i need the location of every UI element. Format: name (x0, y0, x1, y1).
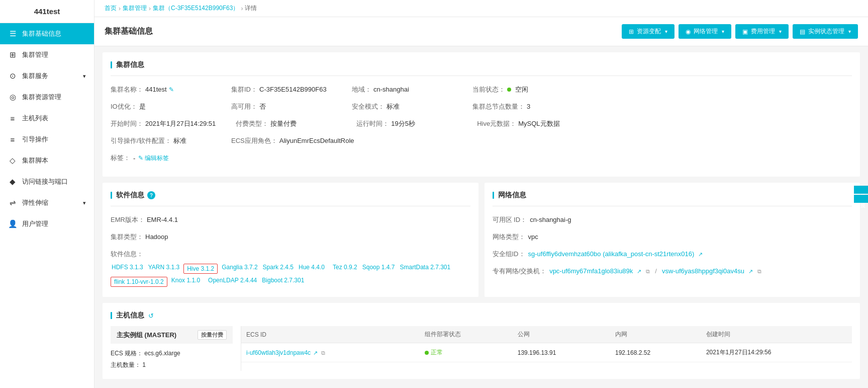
tag-smartdata[interactable]: SmartData 2.7.301 (399, 264, 451, 274)
io-item: IO优化： 是 (111, 100, 211, 113)
vswitch-copy-icon[interactable]: ⧉ (757, 268, 761, 275)
cluster-info-section: 集群信息 集群名称： 441test ✎ 集群ID： C-3F35E5142B9… (103, 52, 860, 177)
tag-flink[interactable]: flink 1.10-vvr-1.0.2 (111, 277, 167, 287)
ha-item: 高可用： 否 (231, 100, 332, 113)
tag-openldap[interactable]: OpenLDAP 2.4.44 (207, 277, 258, 287)
sidebar-item-host-list[interactable]: ≡ 主机列表 (0, 108, 94, 129)
tag-yarn[interactable]: YARN 3.1.3 (147, 264, 180, 274)
vswitch-value[interactable]: vsw-uf6yas8hppgf3qi0av4su (662, 267, 744, 275)
sidebar-item-user-mgmt[interactable]: 👤 用户管理 (0, 213, 94, 235)
sidebar-item-bootstrap[interactable]: ≡ 引导操作 (0, 129, 94, 150)
cluster-id-item: 集群ID： C-3F35E5142B990F63 (231, 83, 332, 96)
circle-icon: ⊙ (8, 71, 17, 81)
chevron-down-icon: ▾ (83, 73, 86, 80)
software-tags-container: HDFS 3.1.3 YARN 3.1.3 Hive 3.1.2 Ganglia… (111, 264, 470, 287)
vnet-copy-icon[interactable]: ⧉ (646, 268, 650, 275)
tag-ganglia[interactable]: Ganglia 3.7.2 (221, 264, 258, 274)
io-value: 是 (139, 102, 146, 111)
feedback-button[interactable]: 问题反馈 (854, 186, 868, 194)
vnet-external-icon[interactable]: ↗ (637, 268, 641, 275)
breadcrumb-home[interactable]: 首页 (105, 4, 117, 13)
sidebar-item-label: 集群脚本 (22, 156, 48, 165)
bootstrap-icon: ≡ (8, 135, 17, 144)
report-button[interactable]: 反馈 (854, 195, 868, 203)
start-time-label: 开始时间： (111, 119, 143, 128)
chevron-down-icon: ▾ (779, 29, 782, 34)
ecs-copy-icon[interactable]: ⧉ (321, 350, 325, 356)
software-help-icon[interactable]: ? (147, 191, 155, 199)
count-value: 1 (142, 361, 146, 368)
cluster-info-row4: 引导操作/软件配置： 标准 ECS应用角色： AliyunEmrEcsDefau… (111, 134, 852, 147)
sidebar-item-cluster-script[interactable]: ◇ 集群脚本 (0, 150, 94, 171)
ecs-role-label: ECS应用角色： (231, 136, 277, 145)
cluster-type-value: Hadoop (145, 233, 168, 241)
network-info-section: 网络信息 可用区 ID： cn-shanghai-g 网络类型： vpc 安全组… (485, 183, 860, 297)
cluster-info-row1: 集群名称： 441test ✎ 集群ID： C-3F35E5142B990F63… (111, 83, 852, 96)
sg-label: 安全组ID： (493, 250, 525, 259)
instance-status-button[interactable]: ▤ 实例状态管理 ▾ (793, 24, 858, 39)
fee-mgmt-button[interactable]: ▣ 费用管理 ▾ (735, 24, 789, 39)
edit-tags-button[interactable]: ✎ 编辑标签 (138, 154, 169, 163)
sidebar-item-label: 集群服务 (22, 71, 48, 81)
tag-knox[interactable]: Knox 1.1.0 (170, 277, 201, 287)
breadcrumb-cluster-mgmt[interactable]: 集群管理 (123, 4, 147, 13)
external-link-icon[interactable]: ↗ (698, 251, 703, 258)
host-header: 主机信息 ↺ (111, 311, 852, 320)
software-tags-row: 软件信息： HDFS 3.1.3 YARN 3.1.3 Hive 3.1.2 G… (111, 248, 470, 289)
tag-sqoop[interactable]: Sqoop 1.4.7 (361, 264, 396, 274)
user-icon: 👤 (8, 219, 17, 228)
sidebar-item-cluster-service[interactable]: ⊙ 集群服务 ▾ (0, 65, 94, 87)
sidebar-item-cluster-mgmt[interactable]: ⊞ 集群管理 (0, 44, 94, 65)
edit-name-button[interactable]: ✎ (169, 86, 174, 93)
breadcrumb: 首页 › 集群管理 › 集群（C-3F35E5142B990F63） › 详情 (94, 0, 868, 17)
tag-tez[interactable]: Tez 0.9.2 (332, 264, 358, 274)
port-icon: ◆ (8, 177, 17, 186)
sg-value[interactable]: sg-uf6ffiy6dvemhzat60bo (alikafka_post-c… (528, 250, 695, 258)
emr-version-label: EMR版本： (111, 215, 145, 224)
refresh-icon[interactable]: ↺ (148, 312, 154, 320)
software-info-title: 软件信息 ? (111, 191, 470, 206)
status-dot (507, 88, 511, 92)
status-text: 正常 (431, 348, 443, 357)
region-label: 地域： (352, 85, 371, 94)
host-count-row: 主机数量： 1 (111, 359, 233, 371)
tags-label: 标签： (111, 153, 130, 163)
billing-label: 付费类型： (236, 119, 268, 128)
sidebar-item-label: 访问链接与端口 (22, 177, 68, 186)
breadcrumb-cluster-id[interactable]: 集群（C-3F35E5142B990F63） (153, 4, 239, 13)
tag-spark[interactable]: Spark 2.4.5 (262, 264, 295, 274)
ecs-external-icon[interactable]: ↗ (313, 350, 318, 356)
emr-version-row: EMR版本： EMR-4.4.1 (111, 213, 470, 226)
page-header: 集群基础信息 ⊞ 资源变配 ▾ ◉ 网络管理 ▾ ▣ 费用管理 ▾ (94, 17, 868, 46)
side-floating-buttons: 问题反馈 反馈 (854, 186, 868, 203)
sidebar-item-basic-info[interactable]: ☰ 集群基础信息 (0, 23, 94, 44)
status-value: 空闲 (515, 85, 528, 94)
sidebar-item-access-port[interactable]: ◆ 访问链接与端口 (0, 171, 94, 192)
vnet-label: 专有网络/交换机： (493, 267, 547, 276)
col-public-ip: 公网 (513, 326, 610, 343)
page-title: 集群基础信息 (105, 26, 153, 37)
spec-value: ecs.g6.xlarge (144, 350, 180, 357)
cluster-name-item: 集群名称： 441test ✎ (111, 83, 211, 96)
ecs-id-link[interactable]: i-uf60wtlah3jv1dnpaw4c (246, 349, 311, 356)
vnet-value[interactable]: vpc-uf6my67mfa1glo83iu89k (549, 267, 633, 275)
vswitch-external-icon[interactable]: ↗ (748, 268, 753, 275)
tag-bigboot[interactable]: Bigboot 2.7.301 (261, 277, 305, 287)
instance-group-label: 主实例组 (MASTER) (117, 331, 176, 340)
emr-version-value: EMR-4.4.1 (147, 216, 178, 223)
tag-hive[interactable]: Hive 3.1.2 (183, 264, 218, 274)
main-content: 首页 › 集群管理 › 集群（C-3F35E5142B990F63） › 详情 … (94, 0, 868, 388)
resource-config-button[interactable]: ⊞ 资源变配 ▾ (622, 24, 674, 39)
tag-hdfs[interactable]: HDFS 3.1.3 (111, 264, 144, 274)
billing-value: 按量付费 (270, 119, 297, 128)
sidebar-item-cluster-resource[interactable]: ◎ 集群资源管理 (0, 87, 94, 108)
network-mgmt-button[interactable]: ◉ 网络管理 ▾ (679, 24, 731, 39)
resource-config-label: 资源变配 (637, 27, 661, 36)
deploy-status-cell: 正常 (420, 343, 513, 362)
tag-hue[interactable]: Hue 4.4.0 (298, 264, 326, 274)
sidebar-item-elastic-scale[interactable]: ⇌ 弹性伸缩 ▾ (0, 192, 94, 213)
cluster-info-row5: 标签： - ✎ 编辑标签 (111, 151, 852, 165)
billing-item: 付费类型： 按量付费 (236, 117, 336, 130)
resource-config-icon: ⊞ (629, 28, 634, 35)
total-nodes-value: 3 (527, 103, 530, 110)
